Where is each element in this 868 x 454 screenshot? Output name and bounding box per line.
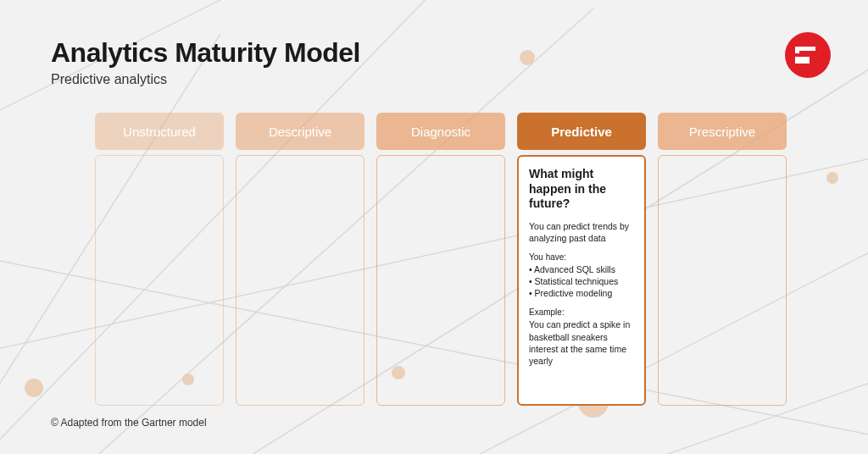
attribution-text: © Adapted from the Gartner model (51, 417, 207, 429)
column-header: Descriptive (236, 113, 364, 150)
have-item: Predictive modeling (529, 287, 634, 299)
column-header: Prescriptive (658, 113, 787, 150)
maturity-columns: Unstructured Descriptive Diagnostic Pred… (51, 113, 817, 406)
brand-logo-icon (785, 32, 831, 78)
have-item: Statistical techniques (529, 275, 634, 287)
column-prescriptive: Prescriptive (658, 113, 787, 406)
have-list: Advanced SQL skills Statistical techniqu… (529, 263, 634, 300)
column-header: Diagnostic (376, 113, 505, 150)
column-header: Unstructured (95, 113, 224, 150)
svg-rect-17 (795, 57, 810, 64)
column-header-active: Predictive (517, 113, 646, 150)
svg-point-15 (785, 32, 831, 78)
column-body-active: What might happen in the future? You can… (517, 155, 646, 406)
column-unstructured: Unstructured (95, 113, 224, 406)
active-description: You can predict trends by analyzing past… (529, 220, 634, 244)
page-title: Analytics Maturity Model (51, 37, 817, 69)
example-text: You can predict a spike in basketball sn… (529, 318, 634, 367)
column-body (658, 155, 787, 406)
column-body (376, 155, 505, 406)
column-body (95, 155, 224, 406)
have-item: Advanced SQL skills (529, 263, 634, 275)
page-subtitle: Predictive analytics (51, 72, 817, 87)
svg-rect-18 (799, 51, 820, 53)
example-label: Example: (529, 307, 634, 317)
column-descriptive: Descriptive (236, 113, 364, 406)
active-question: What might happen in the future? (529, 167, 634, 212)
column-diagnostic: Diagnostic (376, 113, 505, 406)
column-predictive: Predictive What might happen in the futu… (517, 113, 646, 406)
have-label: You have: (529, 252, 634, 262)
column-body (236, 155, 364, 406)
